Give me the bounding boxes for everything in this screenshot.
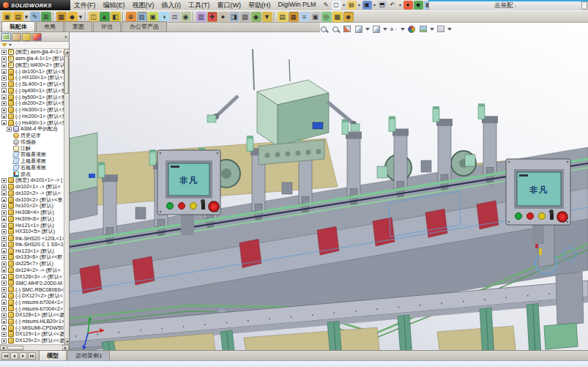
expand-icon[interactable] [1, 248, 7, 253]
hide-show-items-icon[interactable] [389, 24, 399, 34]
apply-scene-caret-icon[interactable] [430, 28, 434, 31]
tree-row[interactable]: (固定) ld400<2> (默认<- [0, 62, 64, 69]
last-tab-icon[interactable] [28, 352, 36, 360]
expand-icon[interactable] [1, 274, 7, 279]
configurationmanager-tab-icon[interactable] [22, 33, 31, 41]
print-icon[interactable]: ⬒ [378, 1, 387, 10]
expand-icon[interactable] [1, 319, 7, 324]
expand-icon[interactable] [1, 216, 7, 221]
car2[interactable]: ▾ [357, 1, 362, 10]
expand-icon[interactable] [1, 94, 7, 100]
apply-scene-icon[interactable] [418, 24, 428, 34]
tree-row[interactable]: DX129<2> (默认<<逻 [0, 338, 64, 344]
insert-components-icon[interactable]: ▣ [2, 12, 12, 22]
tree-row[interactable]: 历史记录 [0, 133, 64, 139]
curvature-icon[interactable]: ◨ [229, 12, 239, 22]
tree-row[interactable]: (-) DX127<2> (默认< [0, 293, 64, 300]
expand-icon[interactable] [1, 204, 7, 209]
expand-icon[interactable] [1, 236, 7, 241]
render-icon[interactable]: ◉ [343, 12, 354, 22]
tree-row[interactable]: dx225<7> (默认) [0, 261, 64, 267]
car1[interactable]: ▾ [342, 1, 346, 10]
expand-icon[interactable] [1, 56, 7, 62]
view-settings-icon[interactable] [436, 24, 446, 34]
mass-properties-icon[interactable]: ⚖ [170, 12, 180, 22]
tree-row[interactable]: 传感器 [0, 139, 64, 146]
scroll-left-icon[interactable] [0, 345, 7, 350]
command-tab[interactable]: 办公室产品 [122, 21, 167, 31]
panel-overflow-icon[interactable]: » [64, 34, 69, 40]
command-tab[interactable]: 评估 [93, 21, 121, 31]
propertymanager-tab-icon[interactable] [12, 33, 21, 41]
display-style-caret-icon[interactable] [383, 28, 387, 31]
tree-row[interactable]: asm-jjia-4-1<1> (默认< [0, 56, 64, 62]
tree-row[interactable]: Hx121<1> (默认) [0, 222, 64, 229]
displaymanager-tab-icon[interactable] [32, 33, 42, 41]
view-orientation-icon[interactable] [354, 24, 364, 34]
annotation-icon[interactable]: ▥ [196, 12, 206, 22]
first-tab-icon[interactable] [1, 352, 10, 360]
move-component-icon[interactable]: ◆ [67, 12, 78, 22]
edit-appearance-icon[interactable] [406, 24, 417, 34]
tree-row[interactable]: (-) Hx300<1> (默认<显示 [0, 107, 64, 114]
save-icon[interactable]: ▣ [362, 1, 372, 10]
tree-row[interactable]: Hx309<6> (默认) [0, 216, 64, 223]
tree-row[interactable]: (-) by400<1> (默认<显示 [0, 88, 64, 94]
expand-icon[interactable] [1, 50, 7, 55]
tree-row[interactable]: (-) Hx200<1> (默认<显示 [0, 114, 64, 120]
equations-icon[interactable]: ≡ [299, 12, 310, 22]
tree-row[interactable]: (-) misumi-b7004<1> [0, 299, 64, 305]
tree-row[interactable]: DX128<1> (默认<<逻 [0, 312, 64, 319]
command-tab[interactable]: 草图 [64, 21, 92, 31]
command-tab[interactable]: 布局 [36, 21, 64, 31]
tree-row[interactable]: (-) misumi-HLB20<1> [0, 319, 64, 325]
tree-row[interactable]: 右视基准面 [0, 165, 64, 171]
open-icon[interactable]: ▤ [347, 1, 357, 10]
tree-row[interactable]: 注解 [0, 145, 64, 152]
pack-and-go-icon[interactable]: ◎ [321, 12, 332, 22]
machine-assembly-model[interactable]: 非凡 非凡 [70, 23, 588, 350]
filter-icon[interactable] [1, 43, 7, 47]
motion-icon[interactable]: ● [218, 12, 228, 22]
tree-row[interactable]: (固定) dx101<1> -> ( [0, 177, 64, 184]
expand-icon[interactable] [1, 255, 7, 260]
sep4[interactable] [193, 12, 194, 21]
zebra-icon[interactable]: ▨ [240, 12, 250, 22]
tree-row[interactable]: (-) Hx400<1> (默认<显示 [0, 119, 64, 126]
tree-row[interactable]: Hx123<1> (默认) [0, 248, 64, 254]
tree-row[interactable]: thk-SHS20 +120L<1> [0, 235, 64, 242]
sensor-icon[interactable]: ◉ [181, 12, 191, 22]
expand-icon[interactable] [1, 190, 7, 196]
left-cabinet[interactable] [70, 133, 97, 220]
tree-row[interactable]: dx102<2> -> (默认< [0, 190, 64, 197]
sep3[interactable] [122, 12, 124, 21]
tree-row[interactable]: (-) dx100<1> (默认<显示 [0, 68, 64, 75]
tree-row[interactable]: thk-SHS20 C 1 SS<1> [0, 242, 64, 248]
sep5[interactable] [274, 12, 275, 21]
expand-icon[interactable] [1, 88, 7, 93]
tree-row[interactable]: (-) SMC-RBC0806S< [0, 286, 64, 293]
new-document-icon[interactable]: ▢ [332, 1, 341, 10]
scroll-down-icon[interactable] [64, 338, 69, 344]
tree-row[interactable]: ASM-4 中的配合 [0, 126, 64, 133]
expand-icon[interactable] [1, 229, 7, 234]
mate-icon[interactable]: ✎ [30, 12, 40, 22]
expand-icon[interactable] [1, 267, 7, 273]
filter-caret-icon[interactable] [9, 44, 12, 46]
expand-icon[interactable] [1, 120, 7, 125]
tree-row[interactable]: (-) by500<1> (默认<显示 [0, 94, 64, 100]
view-orientation-caret-icon[interactable] [365, 28, 370, 31]
tree-row[interactable]: (-) misumi-b7004<2> [0, 305, 64, 312]
graphics-area[interactable]: 非凡 非凡 [70, 23, 588, 350]
expand-icon[interactable] [1, 332, 7, 337]
scroll-right-icon[interactable] [62, 345, 69, 350]
expand-icon[interactable] [1, 300, 7, 305]
expand-icon[interactable] [1, 338, 7, 344]
tree-row[interactable]: dx102<1> -> (默认< [0, 184, 64, 190]
simulation-icon[interactable]: ✚ [207, 12, 217, 22]
expand-icon[interactable] [1, 293, 7, 298]
expand-icon[interactable] [7, 127, 12, 132]
car3[interactable]: ▾ [373, 1, 377, 10]
expand-icon[interactable] [1, 75, 7, 81]
car4[interactable]: ▾ [398, 1, 403, 10]
